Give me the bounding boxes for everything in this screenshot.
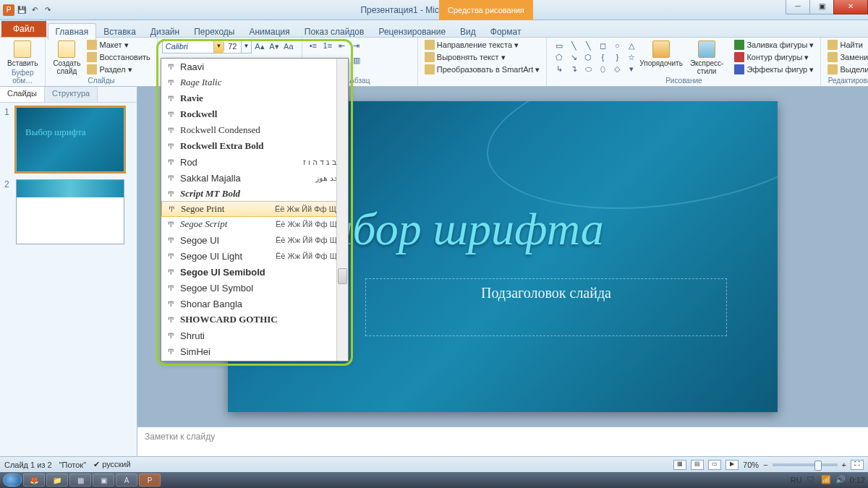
font-name-dropdown-icon[interactable]: ▼ [213,40,224,53]
font-option[interactable]: ͲSegoe UI LightЁё Жж Йй Фф Щщ [161,248,348,264]
clear-format-icon[interactable]: Aa [282,40,295,53]
shapes-gallery[interactable]: ▭╲╲◻○△ ⬠↘⬡{}☆ ↳↴⬭⬯◇▾ [551,39,639,75]
thumbnail-1[interactable]: 1 Выбор шрифта [4,107,132,172]
start-button[interactable] [3,474,22,487]
task-app-icon[interactable]: ▣ [93,474,114,487]
group-editing: Найти Заменить ▾ Выделить ▾ Редактирован… [821,38,868,86]
tray-clock[interactable]: 0:12 [850,476,865,484]
indent-inc-icon[interactable]: ⇥ [350,39,363,52]
scrollbar[interactable] [336,59,348,361]
ribbon-tabs: Файл ГлавнаяВставкаДизайнПереходыАнимаци… [0,20,868,38]
quick-access-toolbar: P 💾 ↶ ↷ [0,3,56,17]
layout-button[interactable]: Макет ▾ [85,39,152,51]
font-option[interactable]: ͲShruti [161,328,348,343]
smartart-button[interactable]: Преобразовать в SmartArt ▾ [422,64,542,75]
shape-effects-button[interactable]: Эффекты фигур ▾ [732,64,816,75]
section-button[interactable]: Раздел ▾ [85,64,152,75]
thumbnail-2[interactable]: 2 [4,179,132,244]
font-option[interactable]: ͲShonar Bangla [161,296,348,312]
font-option[interactable]: ͲRodא ב ג ד ה ו ז [161,154,348,170]
app-icon: P [3,4,14,16]
font-option[interactable]: ͲRockwell [161,106,348,122]
find-button[interactable]: Найти [825,39,868,51]
close-button[interactable]: ✕ [833,0,868,14]
view-sorter-icon[interactable]: ▤ [691,460,704,470]
font-size-dropdown-icon[interactable]: ▼ [241,40,251,53]
file-tab[interactable]: Файл [1,21,46,37]
zoom-out-icon[interactable]: − [763,461,767,469]
tab-outline[interactable]: Структура [45,87,98,102]
tray-shield-icon[interactable]: 🛡 [807,475,817,485]
font-option[interactable]: ͲSimplified Arabicأبجد هوز [161,359,348,361]
font-option[interactable]: ͲSHOWCARD GOTHIC [161,312,348,328]
font-option[interactable]: ͲRockwell Extra Bold [161,138,348,154]
group-label: Редактирование [825,77,868,86]
align-text-button[interactable]: Выровнять текст ▾ [422,51,542,63]
zoom-value: 70% [743,461,759,469]
view-reading-icon[interactable]: ▭ [708,460,721,470]
columns-icon[interactable]: ▥ [350,53,363,67]
group-label: Слайды [50,77,152,86]
status-language[interactable]: ✔ русский [93,460,131,469]
view-slideshow-icon[interactable]: ▶ [726,460,739,470]
font-option[interactable]: ͲSegoe UIЁё Жж Йй Фф Щщ [161,232,348,248]
task-powerpoint-icon[interactable]: P [139,474,161,487]
grow-font-icon[interactable]: A▴ [253,40,266,53]
font-option[interactable]: ͲRavie [161,90,348,106]
bullets-icon[interactable]: •≡ [307,39,320,52]
font-option[interactable]: ͲSegoe UI Semibold [161,264,348,280]
font-option[interactable]: ͲRage Italic [161,74,348,90]
save-icon[interactable]: 💾 [16,4,27,16]
quick-styles-button[interactable]: Экспресс-стили [683,39,731,77]
paste-button[interactable]: Вставить [4,39,41,69]
redo-icon[interactable]: ↷ [42,4,54,16]
slide-title[interactable]: Выбор шрифта [293,202,763,256]
shape-outline-button[interactable]: Контур фигуры ▾ [732,51,816,63]
tray-lang[interactable]: RU [791,476,802,484]
system-tray: RU 🛡 📶 🔊 0:12 [791,475,865,485]
select-button[interactable]: Выделить ▾ [825,64,868,75]
tray-network-icon[interactable]: 📶 [821,475,831,485]
tab-slides[interactable]: Слайды [0,87,45,102]
font-option[interactable]: ͲSakkal Majallaأبجد هوز [161,170,348,186]
reset-button[interactable]: Восстановить [85,51,152,63]
zoom-slider[interactable] [773,463,838,466]
font-option[interactable]: ͲRaavi [161,59,348,74]
font-dropdown[interactable]: ͲRaaviͲRage ItalicͲRavieͲRockwellͲRockwe… [161,58,349,361]
group-drawing: ▭╲╲◻○△ ⬠↘⬡{}☆ ↳↴⬭⬯◇▾ Упорядочить Экспрес… [547,38,821,86]
group-paragraph-ext: Направление текста ▾ Выровнять текст ▾ П… [418,38,547,86]
contextual-tab-label: Средства рисования [439,0,533,20]
view-normal-icon[interactable]: ▦ [673,460,686,470]
ribbon: Вставить Буфер обм… Создать слайд Макет … [0,38,868,87]
group-clipboard: Вставить Буфер обм… [0,38,46,86]
task-firefox-icon[interactable]: 🦊 [23,474,45,487]
font-option[interactable]: ͲRockwell Condensed [161,122,348,138]
task-app-icon[interactable]: A [116,474,137,487]
maximize-button[interactable]: ▣ [809,0,834,14]
numbering-icon[interactable]: 1≡ [321,39,334,52]
tray-volume-icon[interactable]: 🔊 [835,475,846,485]
font-name-combo[interactable]: Calibri ▼ 72 ▼ [162,39,252,53]
notes-pane[interactable]: Заметки к слайду [137,427,868,456]
slide-subtitle-placeholder[interactable]: Подзаголовок слайда [365,278,727,336]
replace-button[interactable]: Заменить ▾ [825,51,868,63]
undo-icon[interactable]: ↶ [29,4,41,16]
font-option[interactable]: ͲSegoe ScriptЁё Жж Йй Фф Щщ [161,216,348,232]
zoom-in-icon[interactable]: + [842,461,846,469]
shape-fill-button[interactable]: Заливка фигуры ▾ [732,39,816,51]
font-option[interactable]: ͲScript MT Bold [161,186,348,202]
task-app-icon[interactable]: ▦ [69,474,91,487]
task-explorer-icon[interactable]: 📁 [46,474,68,487]
minimize-button[interactable]: ─ [786,0,810,14]
fit-window-icon[interactable]: ⛶ [851,460,864,470]
text-direction-button[interactable]: Направление текста ▾ [422,39,542,51]
scrollbar-thumb[interactable] [338,268,347,284]
font-option[interactable]: ͲSegoe UI Symbol [161,280,348,296]
shrink-font-icon[interactable]: A▾ [268,40,281,53]
font-option[interactable]: ͲSimHei [161,343,348,359]
font-option[interactable]: ͲSegoe PrintЁё Жж Йй Фф Щщ [161,201,348,217]
indent-dec-icon[interactable]: ⇤ [336,39,349,52]
font-size-value[interactable]: 72 [224,42,241,51]
new-slide-button[interactable]: Создать слайд [50,39,83,77]
arrange-button[interactable]: Упорядочить [641,39,681,69]
